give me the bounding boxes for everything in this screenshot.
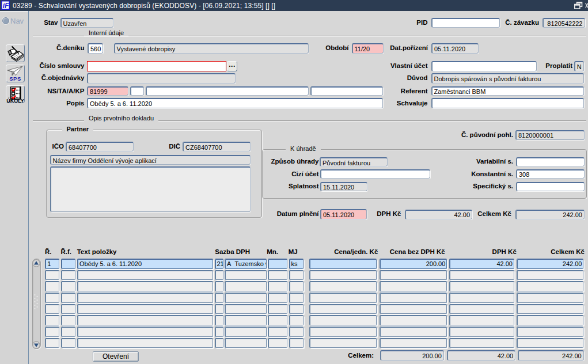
svg-text:iF: iF: [3, 2, 9, 10]
